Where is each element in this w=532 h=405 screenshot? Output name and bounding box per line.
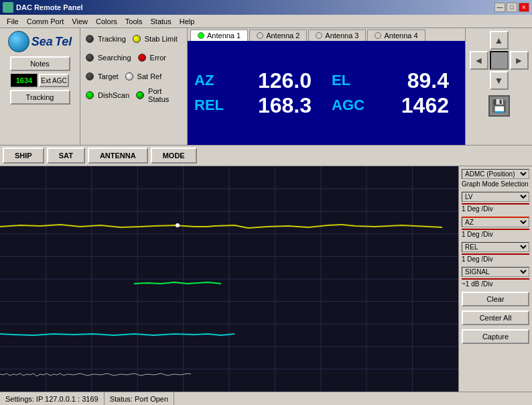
notes-button[interactable]: Notes	[10, 56, 70, 71]
arrow-up-button[interactable]: ▲	[490, 31, 509, 50]
menu-colors[interactable]: Colors	[92, 16, 121, 27]
antenna-tab-2-label: Antenna 2	[266, 32, 300, 40]
signal-select[interactable]: SIGNAL	[462, 267, 529, 277]
left-panel: Sea Tel Notes 1634 Ext AGC Tracking	[0, 28, 80, 145]
ant-radio-3	[316, 32, 322, 39]
status-row-searching: Searching Error	[86, 50, 182, 66]
maximize-button[interactable]: □	[507, 3, 517, 12]
menu-file[interactable]: File	[3, 16, 23, 27]
center-all-button[interactable]: Center All	[462, 310, 529, 325]
lv-select[interactable]: LV	[462, 192, 529, 202]
tracking-button[interactable]: Tracking	[10, 90, 70, 105]
main-content: Sea Tel Notes 1634 Ext AGC Tracking Trac…	[0, 28, 532, 405]
arrow-right-button[interactable]: ►	[510, 51, 529, 70]
telemetry-display: AZ 126.0 EL 89.4 REL 168.3 AGC 1462	[188, 41, 465, 145]
antenna-tab-4-label: Antenna 4	[384, 32, 417, 40]
arrow-panel: ▲ ◄ ► ▼ 💾	[465, 28, 532, 145]
antenna-display-area: Antenna 1 Antenna 2 Antenna 3 Antenna 4	[188, 28, 465, 145]
menu-tools[interactable]: Tools	[121, 16, 147, 27]
label-tracking: Tracking	[98, 35, 126, 43]
svg-point-19	[176, 223, 180, 227]
ext-agc-row: 1634 Ext AGC	[11, 74, 69, 87]
status-port: Status: Port Open	[105, 392, 174, 405]
deg-div-2: 1 Deg /Div	[462, 229, 529, 238]
globe-icon	[8, 31, 29, 52]
action-row: SHIP SAT ANTENNA MODE	[0, 146, 532, 166]
label-stab-limit: Stab Limit	[145, 35, 178, 43]
window-title: DAC Remote Panel	[16, 3, 83, 11]
rel-select[interactable]: REL	[462, 242, 529, 252]
status-indicators: Tracking Stab Limit Searching Error Targ…	[80, 28, 188, 145]
clear-button[interactable]: Clear	[462, 292, 529, 306]
antenna-tab-4[interactable]: Antenna 4	[367, 30, 425, 41]
status-row-target: Target Sat Ref	[86, 68, 182, 84]
lv-group: LV 1 Deg /Div	[462, 192, 529, 213]
ant-radio-1	[198, 32, 204, 39]
menu-help[interactable]: Help	[176, 16, 199, 27]
led-error	[138, 54, 146, 62]
graph-mode-label: Graph Mode Selection	[462, 180, 529, 188]
label-searching: Searching	[98, 54, 131, 62]
menu-view[interactable]: View	[68, 16, 92, 27]
menu-status[interactable]: Status	[147, 16, 176, 27]
signal-group: SIGNAL ~1 dB /Div	[462, 267, 529, 288]
sea-tel-logo: Sea Tel	[8, 31, 72, 52]
top-panel: Sea Tel Notes 1634 Ext AGC Tracking Trac…	[0, 28, 532, 146]
antenna-tab-3-label: Antenna 3	[325, 32, 358, 40]
led-searching	[86, 54, 94, 62]
label-port-status: Port Status	[148, 87, 182, 103]
deg-div-1: 1 Deg /Div	[462, 203, 529, 213]
ship-button[interactable]: SHIP	[3, 148, 44, 164]
agc-label: AGC	[332, 97, 369, 114]
antenna-tab-1[interactable]: Antenna 1	[190, 30, 248, 41]
directional-pad: ▲ ◄ ► ▼	[470, 31, 529, 90]
graph-area: ADMC (Position) Graph Mode Selection LV …	[0, 166, 532, 392]
close-button[interactable]: ✕	[519, 3, 529, 12]
disk-button[interactable]: 💾	[488, 95, 510, 117]
minimize-button[interactable]: —	[494, 3, 505, 12]
antenna-tab-3[interactable]: Antenna 3	[308, 30, 366, 41]
label-error: Error	[150, 54, 166, 62]
ext-agc-button[interactable]: Ext AGC	[39, 74, 69, 87]
rel-group: REL 1 Deg /Div	[462, 242, 529, 263]
led-dishscan	[86, 91, 94, 99]
ant-radio-2	[257, 32, 263, 39]
admc-select[interactable]: ADMC (Position)	[462, 169, 529, 179]
led-port-status	[136, 91, 144, 99]
antenna-button[interactable]: ANTENNA	[88, 148, 148, 164]
disk-icon: 💾	[492, 99, 507, 113]
logo-text: Sea Tel	[31, 35, 72, 49]
arrow-left-button[interactable]: ◄	[470, 51, 488, 70]
az-select[interactable]: AZ	[462, 217, 529, 227]
sat-button[interactable]: SAT	[47, 148, 85, 164]
deg-div-3: 1 Deg /Div	[462, 253, 529, 263]
led-sat-ref	[125, 72, 133, 80]
menu-comm-port[interactable]: Comm Port	[23, 16, 68, 27]
az-value: 126.0	[245, 68, 312, 93]
display-row-1: AZ 126.0 EL 89.4	[194, 68, 458, 93]
ext-agc-value: 1634	[11, 74, 38, 87]
graph-svg	[0, 166, 458, 392]
antenna-tab-2[interactable]: Antenna 2	[249, 30, 307, 41]
ant-radio-4	[375, 32, 381, 39]
admc-group: ADMC (Position) Graph Mode Selection	[462, 169, 529, 188]
app-icon	[3, 2, 13, 13]
label-target: Target	[98, 72, 119, 80]
el-value: 89.4	[382, 68, 449, 93]
status-row-dishscan: DishScan Port Status	[86, 87, 182, 103]
led-target	[86, 72, 94, 80]
display-row-2: REL 168.3 AGC 1462	[194, 93, 458, 118]
status-bar: Settings: IP 127.0.0.1 : 3169 Status: Po…	[0, 392, 532, 405]
capture-button[interactable]: Capture	[462, 329, 529, 344]
az-label: AZ	[194, 72, 231, 89]
az-group: AZ 1 Deg /Div	[462, 217, 529, 238]
agc-value: 1462	[382, 93, 449, 118]
mode-button[interactable]: MODE	[151, 148, 197, 164]
arrow-down-button[interactable]: ▼	[490, 71, 509, 90]
el-label: EL	[332, 72, 369, 89]
led-tracking	[86, 35, 94, 43]
antenna-tabs: Antenna 1 Antenna 2 Antenna 3 Antenna 4	[188, 28, 465, 41]
rel-label: REL	[194, 97, 231, 114]
status-row-tracking: Tracking Stab Limit	[86, 31, 182, 47]
db-div: ~1 dB /Div	[462, 278, 529, 288]
